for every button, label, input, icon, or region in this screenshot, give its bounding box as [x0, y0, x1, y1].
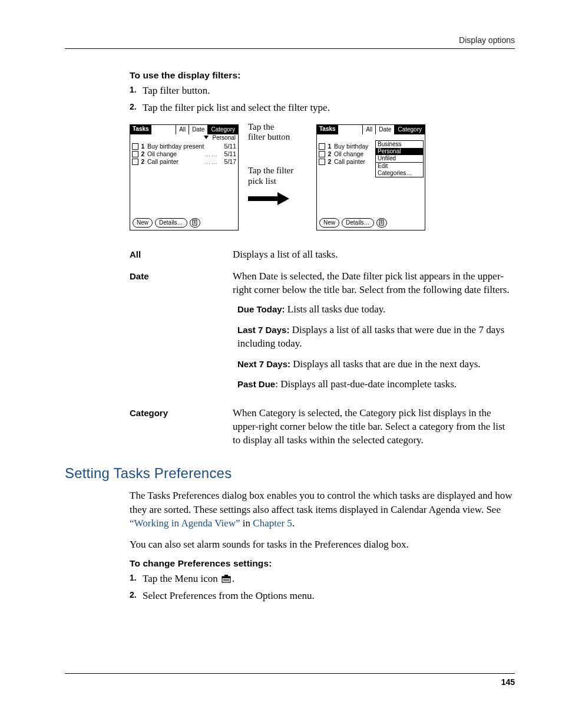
running-header: Display options: [65, 35, 515, 49]
step-1: Tap filter button.: [130, 84, 515, 98]
dropdown-arrow-icon[interactable]: [204, 136, 209, 139]
page-number: 145: [65, 673, 515, 687]
details-button[interactable]: Details…: [342, 218, 374, 228]
task-row[interactable]: 2 Oil change …… 5/11: [132, 150, 236, 158]
checkbox-icon[interactable]: [132, 143, 138, 150]
callout-text: pick list: [248, 176, 276, 186]
category-option[interactable]: Business: [376, 141, 423, 148]
step-1: Tap the Menu icon .: [130, 572, 515, 586]
task-name: Call painter: [334, 158, 369, 166]
instruction-heading-1: To use the display filters:: [130, 70, 515, 81]
task-row[interactable]: 1 Buy birthday present 5/11: [132, 143, 236, 150]
note-icon[interactable]: [190, 218, 200, 228]
svg-rect-4: [248, 196, 277, 201]
def-term-all: All: [130, 248, 233, 262]
callout-text: Tap the filter: [248, 166, 293, 175]
section-heading: Setting Tasks Preferences: [65, 465, 515, 482]
body-text: in: [240, 518, 253, 529]
tab-date[interactable]: Date: [375, 125, 394, 134]
svg-marker-5: [277, 192, 289, 205]
palm-screenshot-left: Tasks All Date Category Personal 1 Buy b…: [130, 124, 239, 230]
category-option-edit[interactable]: Edit Categories…: [376, 162, 423, 177]
checkbox-icon[interactable]: [319, 151, 325, 157]
new-button[interactable]: New: [133, 218, 153, 228]
checkbox-icon[interactable]: [319, 159, 325, 165]
note-icon[interactable]: [376, 218, 387, 228]
task-row[interactable]: 2 Call painter …… 5/17: [132, 158, 236, 166]
sub-colon: :: [275, 378, 280, 390]
sub-term: Past Due: [237, 379, 275, 389]
task-due: 5/17: [220, 158, 236, 166]
category-option-selected[interactable]: Personal: [376, 148, 423, 155]
category-picklist[interactable]: Business Personal Unfiled Edit Categorie…: [375, 140, 424, 177]
arrow-right-icon: [248, 192, 307, 205]
def-desc-all: Displays a list of all tasks.: [233, 248, 515, 262]
task-priority: 2: [140, 158, 146, 166]
app-title: Tasks: [130, 125, 151, 134]
tab-category[interactable]: Category: [207, 125, 238, 134]
callout-text: Tap the: [248, 122, 274, 131]
tab-all[interactable]: All: [176, 125, 189, 134]
filter-value[interactable]: Personal: [213, 134, 236, 141]
tab-all[interactable]: All: [362, 125, 375, 134]
task-name: Oil change: [334, 150, 369, 158]
body-text: The Tasks Preferences dialog box enables…: [130, 490, 513, 515]
dots: ……: [204, 158, 218, 166]
def-desc-date-text: When Date is selected, the Date filter p…: [233, 271, 510, 295]
checkbox-icon[interactable]: [132, 159, 138, 165]
tab-date[interactable]: Date: [189, 125, 207, 134]
step-2: Tap the filter pick list and select the …: [130, 101, 515, 115]
steps-list-1: Tap filter button. Tap the filter pick l…: [130, 84, 515, 115]
def-term-category: Category: [130, 407, 233, 447]
task-due: 5/11: [220, 150, 236, 158]
sub-term: Due Today:: [237, 304, 285, 314]
app-title: Tasks: [317, 125, 338, 134]
def-term-date: Date: [130, 270, 233, 399]
body-paragraph-1: The Tasks Preferences dialog box enables…: [130, 489, 515, 530]
figure-callouts: Tap the filter button Tap the filter pic…: [248, 124, 307, 205]
steps-list-2: Tap the Menu icon . Select Preferences f…: [130, 572, 515, 603]
def-desc-date: When Date is selected, the Date filter p…: [233, 270, 515, 399]
filter-definitions: All Displays a list of all tasks. Date W…: [130, 248, 515, 447]
svg-rect-12: [224, 575, 228, 577]
menu-icon: [222, 575, 231, 583]
new-button[interactable]: New: [319, 218, 339, 228]
link-chapter-5[interactable]: Chapter 5: [253, 518, 292, 529]
sub-term: Next 7 Days:: [237, 359, 290, 369]
checkbox-icon[interactable]: [319, 143, 325, 150]
details-button[interactable]: Details…: [155, 218, 187, 228]
task-name: Call painter: [147, 158, 203, 166]
sub-desc: Displays all tasks that are due in the n…: [290, 358, 480, 370]
task-priority: 2: [327, 150, 332, 158]
palm-screenshot-right: Tasks All Date Category Business Persona…: [316, 124, 425, 230]
sub-desc: Displays all past-due-date incomplete ta…: [280, 378, 457, 390]
checkbox-icon[interactable]: [132, 151, 138, 157]
task-priority: 1: [140, 143, 146, 150]
category-option[interactable]: Unfiled: [376, 155, 423, 162]
task-priority: 2: [327, 158, 332, 166]
task-due: 5/11: [220, 143, 236, 150]
task-name: Buy birthday present: [147, 143, 218, 150]
link-agenda-view[interactable]: “Working in Agenda View”: [130, 518, 240, 529]
callout-text: filter button: [248, 132, 290, 141]
def-desc-category: When Category is selected, the Category …: [233, 407, 515, 447]
task-priority: 2: [140, 150, 146, 158]
step-text: .: [232, 573, 234, 584]
sub-desc: Lists all tasks due today.: [285, 304, 386, 315]
sub-term: Last 7 Days:: [237, 325, 289, 335]
dots: ……: [204, 150, 218, 158]
task-name: Buy birthday p: [334, 143, 369, 150]
task-name: Oil change: [147, 150, 203, 158]
svg-rect-11: [222, 577, 230, 578]
body-text: .: [292, 518, 295, 529]
step-2: Select Preferences from the Options menu…: [130, 589, 515, 603]
body-paragraph-2: You can also set alarm sounds for tasks …: [130, 538, 515, 551]
figure-display-filters: Tasks All Date Category Personal 1 Buy b…: [130, 124, 515, 230]
tab-category[interactable]: Category: [394, 125, 425, 134]
step-text: Tap the Menu icon: [143, 573, 220, 584]
task-priority: 1: [327, 143, 332, 150]
instruction-heading-2: To change Preferences settings:: [130, 558, 515, 569]
